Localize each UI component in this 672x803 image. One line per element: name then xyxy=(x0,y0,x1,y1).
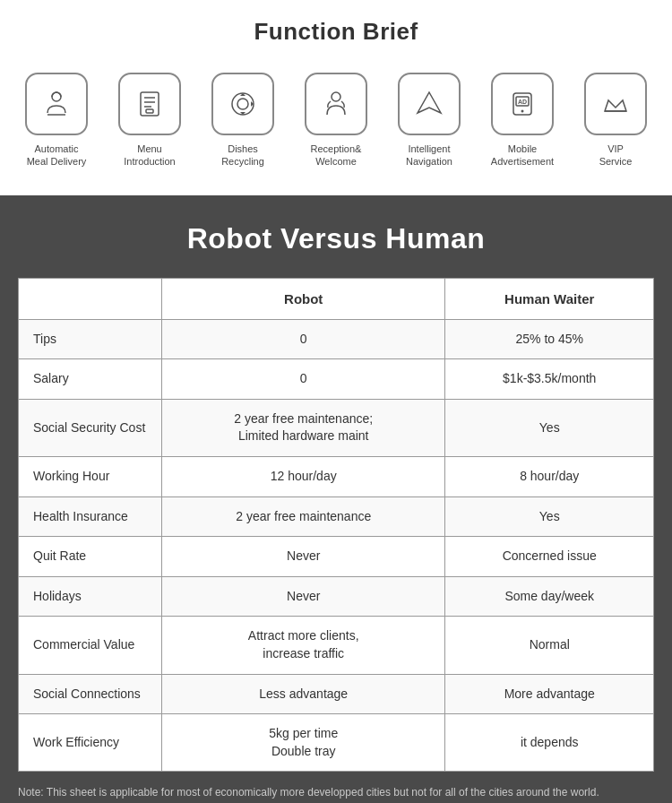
reception-icon xyxy=(305,73,367,135)
row-robot-value: Attract more clients,increase traffic xyxy=(162,617,445,674)
note-text: Note: This sheet is applicable for most … xyxy=(18,784,654,800)
feature-dishes-recycling: DishesRecycling xyxy=(204,73,281,168)
section-title: Robot Versus Human xyxy=(18,222,654,255)
row-robot-value: Never xyxy=(162,576,445,617)
row-robot-value: 2 year free maintenance xyxy=(162,496,445,537)
feature-menu-intro: MenuIntroduction xyxy=(111,73,188,168)
table-row: HolidaysNeverSome day/week xyxy=(19,576,654,617)
svg-text:AD: AD xyxy=(518,99,527,105)
table-row: Quit RateNeverConcerned issue xyxy=(19,537,654,577)
page-title: Function Brief xyxy=(0,18,672,46)
feature-navigation: IntelligentNavigation xyxy=(391,73,468,168)
navigation-icon-svg xyxy=(413,88,445,120)
reception-label: Reception&Welcome xyxy=(311,142,362,168)
svg-point-7 xyxy=(232,93,254,115)
navigation-icon xyxy=(398,73,461,135)
row-human-value: it depends xyxy=(445,714,654,772)
meal-delivery-icon xyxy=(25,73,88,135)
navigation-label: IntelligentNavigation xyxy=(406,142,452,168)
row-robot-value: 2 year free maintenance;Limited hardware… xyxy=(162,399,445,456)
row-human-value: Some day/week xyxy=(445,576,654,617)
row-robot-value: 0 xyxy=(162,319,445,359)
row-category: Salary xyxy=(19,359,162,400)
row-human-value: Concerned issue xyxy=(445,537,654,577)
mobile-ad-icon: AD xyxy=(491,73,554,135)
col-header-robot: Robot xyxy=(162,278,445,319)
comparison-table: Robot Human Waiter Tips025% to 45%Salary… xyxy=(18,278,654,773)
row-category: Social Security Cost xyxy=(19,399,162,456)
table-row: Health Insurance2 year free maintenanceY… xyxy=(19,496,654,537)
col-header-human: Human Waiter xyxy=(445,278,654,319)
meal-icon-svg xyxy=(40,88,73,120)
row-human-value: Normal xyxy=(445,617,654,674)
svg-rect-2 xyxy=(141,92,159,116)
row-human-value: 25% to 45% xyxy=(445,319,654,359)
table-row: Tips025% to 45% xyxy=(19,319,654,359)
bottom-section: Robot Versus Human Robot Human Waiter Ti… xyxy=(0,195,672,803)
row-human-value: 8 hour/day xyxy=(445,456,654,496)
reception-icon-svg xyxy=(320,88,352,120)
row-category: Health Insurance xyxy=(19,496,162,537)
mobile-ad-label: MobileAdvertisement xyxy=(491,142,554,168)
row-category: Work Efficiency xyxy=(19,714,162,772)
row-category: Social Connections xyxy=(19,674,162,714)
table-row: Salary0$1k-$3.5k/month xyxy=(19,359,654,400)
feature-mobile-ad: AD MobileAdvertisement xyxy=(484,73,561,168)
feature-meal-delivery: AutomaticMeal Delivery xyxy=(18,73,95,168)
svg-marker-10 xyxy=(418,92,441,113)
table-row: Social Security Cost2 year free maintena… xyxy=(19,399,654,456)
vip-icon-svg xyxy=(599,88,632,120)
menu-intro-label: MenuIntroduction xyxy=(124,142,175,168)
table-row: Commercial ValueAttract more clients,inc… xyxy=(19,617,654,674)
dishes-icon xyxy=(211,73,274,135)
feature-vip: VIPService xyxy=(577,73,654,168)
row-robot-value: Never xyxy=(162,537,445,577)
row-robot-value: 5kg per timeDouble tray xyxy=(162,714,445,772)
dishes-recycling-label: DishesRecycling xyxy=(221,142,264,168)
vip-icon xyxy=(584,73,647,135)
row-robot-value: Less advantage xyxy=(162,674,445,714)
dishes-icon-svg xyxy=(227,88,259,120)
top-section: Function Brief AutomaticMeal Delivery xyxy=(0,0,672,195)
mobile-ad-icon-svg: AD xyxy=(506,88,538,120)
row-category: Holidays xyxy=(19,576,162,617)
svg-point-9 xyxy=(332,92,340,101)
meal-delivery-label: AutomaticMeal Delivery xyxy=(27,142,87,168)
table-row: Working Hour12 hour/day8 hour/day xyxy=(19,456,654,496)
svg-point-8 xyxy=(237,99,248,109)
svg-point-14 xyxy=(521,110,524,113)
row-category: Quit Rate xyxy=(19,537,162,577)
menu-icon-svg xyxy=(134,88,166,120)
row-category: Tips xyxy=(19,319,162,359)
table-row: Social ConnectionsLess advantageMore adv… xyxy=(19,674,654,714)
features-row: AutomaticMeal Delivery MenuIntroduction xyxy=(0,73,672,168)
row-human-value: Yes xyxy=(445,496,654,537)
row-category: Commercial Value xyxy=(19,617,162,674)
svg-rect-6 xyxy=(146,109,153,113)
vip-label: VIPService xyxy=(599,142,633,168)
table-row: Work Efficiency5kg per timeDouble trayit… xyxy=(19,714,654,772)
feature-reception: Reception&Welcome xyxy=(297,73,375,168)
menu-icon xyxy=(118,73,181,135)
row-category: Working Hour xyxy=(19,456,162,496)
row-human-value: More advantage xyxy=(445,674,654,714)
col-header-category xyxy=(19,278,162,319)
row-human-value: $1k-$3.5k/month xyxy=(445,359,654,400)
row-robot-value: 0 xyxy=(162,359,445,400)
row-robot-value: 12 hour/day xyxy=(162,456,445,496)
row-human-value: Yes xyxy=(445,399,654,456)
